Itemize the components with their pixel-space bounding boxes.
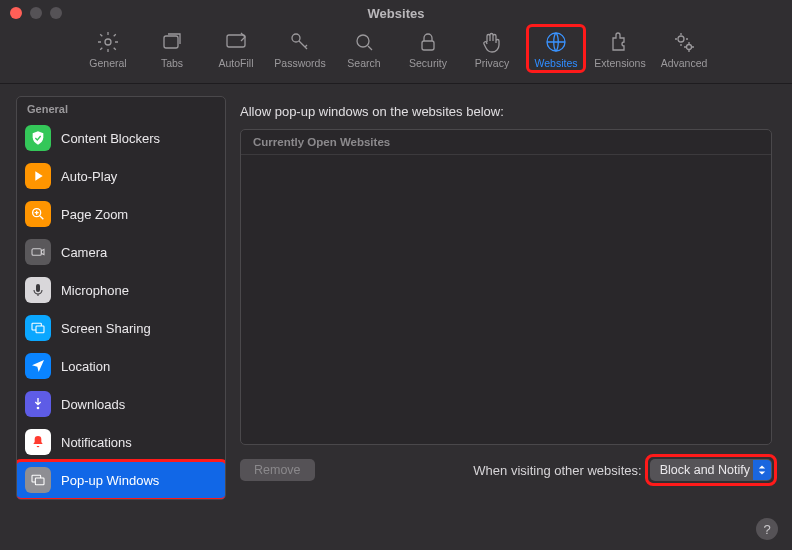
sidebar-item-downloads[interactable]: Downloads (17, 385, 225, 423)
other-websites-select-wrap: Block and Notify (650, 459, 772, 481)
toolbar-advanced-label: Advanced (661, 57, 708, 69)
svg-point-14 (37, 407, 40, 410)
toolbar-general-label: General (89, 57, 126, 69)
location-icon (25, 353, 51, 379)
websites-list-header: Currently Open Websites (241, 130, 771, 155)
toolbar-privacy-label: Privacy (475, 57, 509, 69)
puzzle-icon (608, 30, 632, 54)
sidebar-item-screen-sharing[interactable]: Screen Sharing (17, 309, 225, 347)
lock-icon (416, 30, 440, 54)
toolbar-extensions-label: Extensions (594, 57, 645, 69)
svg-point-3 (292, 34, 300, 42)
sidebar-item-label: Content Blockers (61, 131, 160, 146)
globe-icon (544, 30, 568, 54)
sidebar-header: General (17, 97, 225, 119)
toolbar-extensions[interactable]: Extensions (592, 28, 648, 71)
toolbar-passwords[interactable]: Passwords (272, 28, 328, 71)
toolbar-passwords-label: Passwords (274, 57, 325, 69)
zoom-window-button[interactable] (50, 7, 62, 19)
svg-point-8 (687, 45, 692, 50)
svg-point-4 (357, 35, 369, 47)
sidebar-item-label: Camera (61, 245, 107, 260)
toolbar-security[interactable]: Security (400, 28, 456, 71)
camera-icon (25, 239, 51, 265)
select-value: Block and Notify (660, 463, 750, 477)
tabs-icon (160, 30, 184, 54)
sidebar-item-content-blockers[interactable]: Content Blockers (17, 119, 225, 157)
sidebar-item-label: Pop-up Windows (61, 473, 159, 488)
sidebar-item-label: Location (61, 359, 110, 374)
zoom-icon (25, 201, 51, 227)
titlebar: Websites (0, 0, 792, 26)
help-glyph: ? (763, 522, 770, 537)
svg-rect-5 (422, 41, 434, 50)
toolbar-general[interactable]: General (80, 28, 136, 71)
play-icon (25, 163, 51, 189)
bell-icon (25, 429, 51, 455)
close-window-button[interactable] (10, 7, 22, 19)
sidebar-item-location[interactable]: Location (17, 347, 225, 385)
gears-icon (672, 30, 696, 54)
windows-icon (25, 467, 51, 493)
search-icon (352, 30, 376, 54)
toolbar-privacy[interactable]: Privacy (464, 28, 520, 71)
key-icon (288, 30, 312, 54)
chevron-up-down-icon (753, 460, 771, 480)
toolbar-search[interactable]: Search (336, 28, 392, 71)
shield-check-icon (25, 125, 51, 151)
sidebar-item-label: Auto-Play (61, 169, 117, 184)
svg-point-7 (678, 36, 684, 42)
detail-pane: Allow pop-up windows on the websites bel… (232, 84, 792, 540)
sidebar: General Content Blockers Auto-Play (16, 96, 226, 500)
toolbar-security-label: Security (409, 57, 447, 69)
help-button[interactable]: ? (756, 518, 778, 540)
sidebar-item-label: Microphone (61, 283, 129, 298)
toolbar-websites-label: Websites (535, 57, 578, 69)
sidebar-item-microphone[interactable]: Microphone (17, 271, 225, 309)
svg-point-0 (105, 39, 111, 45)
window-title: Websites (368, 6, 425, 21)
preferences-toolbar: General Tabs AutoFill Passwords Search S… (0, 26, 792, 84)
svg-rect-13 (36, 326, 44, 333)
sidebar-item-label: Page Zoom (61, 207, 128, 222)
detail-footer: Remove When visiting other websites: Blo… (240, 459, 772, 481)
sidebar-item-page-zoom[interactable]: Page Zoom (17, 195, 225, 233)
toolbar-advanced[interactable]: Advanced (656, 28, 712, 71)
gear-icon (96, 30, 120, 54)
microphone-icon (25, 277, 51, 303)
sidebar-list: Content Blockers Auto-Play Page Zoom (17, 119, 225, 499)
download-icon (25, 391, 51, 417)
svg-rect-2 (227, 35, 245, 47)
content-area: General Content Blockers Auto-Play (0, 84, 792, 550)
pencil-icon (224, 30, 248, 54)
sidebar-item-notifications[interactable]: Notifications (17, 423, 225, 461)
sidebar-item-popup-windows[interactable]: Pop-up Windows (17, 461, 225, 499)
svg-rect-10 (32, 249, 41, 256)
minimize-window-button[interactable] (30, 7, 42, 19)
hand-icon (480, 30, 504, 54)
sidebar-item-label: Notifications (61, 435, 132, 450)
toolbar-autofill-label: AutoFill (218, 57, 253, 69)
other-websites-label: When visiting other websites: (473, 463, 641, 478)
detail-heading: Allow pop-up windows on the websites bel… (240, 104, 772, 119)
sidebar-item-label: Screen Sharing (61, 321, 151, 336)
toolbar-tabs-label: Tabs (161, 57, 183, 69)
websites-list[interactable]: Currently Open Websites (240, 129, 772, 445)
svg-rect-16 (35, 478, 44, 485)
svg-rect-1 (164, 36, 178, 48)
sidebar-item-camera[interactable]: Camera (17, 233, 225, 271)
traffic-lights (10, 7, 62, 19)
sidebar-item-label: Downloads (61, 397, 125, 412)
toolbar-websites[interactable]: Websites (528, 28, 584, 71)
sidebar-container: General Content Blockers Auto-Play (0, 84, 232, 540)
toolbar-tabs[interactable]: Tabs (144, 28, 200, 71)
sidebar-item-auto-play[interactable]: Auto-Play (17, 157, 225, 195)
screen-icon (25, 315, 51, 341)
svg-rect-11 (36, 284, 40, 292)
toolbar-search-label: Search (347, 57, 380, 69)
remove-button[interactable]: Remove (240, 459, 315, 481)
toolbar-autofill[interactable]: AutoFill (208, 28, 264, 71)
